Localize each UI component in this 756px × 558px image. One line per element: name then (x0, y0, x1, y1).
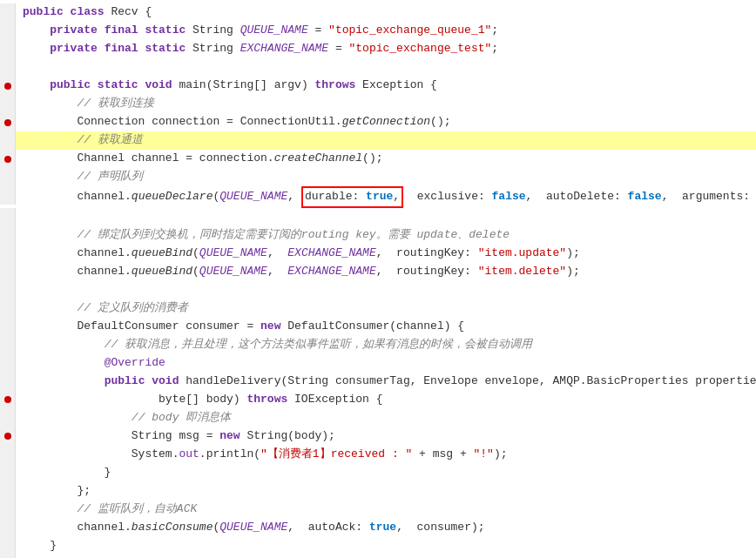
code-line-26: } (0, 464, 756, 482)
gutter-13 (0, 226, 16, 245)
gutter-6 (0, 95, 16, 113)
gutter-22 (0, 391, 16, 409)
breakpoint-dot-9 (4, 156, 11, 163)
gutter-25 (0, 446, 16, 464)
code-line-7: Connection connection = ConnectionUtil.g… (0, 113, 756, 131)
code-line-29: channel.basicConsume(QUEUE_NAME, autoAck… (0, 519, 756, 537)
code-line-19: // 获取消息，并且处理，这个方法类似事件监听，如果有消息的时候，会被自动调用 (0, 336, 756, 354)
line-content-4 (16, 58, 756, 77)
line-content-19: // 获取消息，并且处理，这个方法类似事件监听，如果有消息的时候，会被自动调用 (16, 336, 756, 354)
line-content-20: @Override (16, 354, 756, 373)
code-line-24: String msg = new String(body); (0, 427, 756, 446)
gutter-10 (0, 168, 16, 186)
code-line-1: public class Recv { (0, 3, 756, 22)
gutter-2 (0, 22, 16, 40)
gutter-23 (0, 409, 16, 427)
code-line-28: // 监听队列，自动ACK (0, 501, 756, 519)
gutter-29 (0, 519, 16, 537)
breakpoint-dot-7 (4, 119, 11, 126)
gutter-11 (0, 186, 16, 205)
breakpoint-dot-22 (4, 396, 11, 403)
code-line-23: // body 即消息体 (0, 409, 756, 427)
code-line-3: private final static String EXCHANGE_NAM… (0, 40, 756, 58)
code-line-25: System.out.println("【消费者1】received : " +… (0, 446, 756, 464)
line-content-17: // 定义队列的消费者 (16, 299, 756, 318)
gutter-3 (0, 40, 16, 58)
line-content-21: public void handleDelivery(String consum… (16, 373, 756, 391)
code-line-10: // 声明队列 (0, 168, 756, 186)
gutter-1 (0, 3, 16, 22)
line-content-7: Connection connection = ConnectionUtil.g… (16, 113, 756, 131)
code-line-30: } (0, 537, 756, 555)
gutter-20 (0, 354, 16, 373)
breakpoint-dot-24 (4, 433, 11, 440)
line-content-3: private final static String EXCHANGE_NAM… (16, 40, 756, 58)
line-content-28: // 监听队列，自动ACK (16, 501, 756, 519)
gutter-8 (0, 131, 16, 150)
line-content-29: channel.basicConsume(QUEUE_NAME, autoAck… (16, 519, 756, 537)
line-content-11: channel.queueDeclare(QUEUE_NAME, durable… (16, 186, 756, 208)
code-line-2: private final static String QUEUE_NAME =… (0, 22, 756, 40)
gutter-9 (0, 150, 16, 168)
line-content-30: } (16, 537, 756, 555)
line-content-1: public class Recv { (16, 3, 756, 22)
line-content-8: // 获取通道 (16, 131, 756, 150)
code-line-11: channel.queueDeclare(QUEUE_NAME, durable… (0, 186, 756, 208)
gutter-28 (0, 501, 16, 519)
gutter-16 (0, 281, 16, 299)
line-content-12 (16, 208, 756, 226)
line-content-9: Channel channel = connection.createChann… (16, 150, 756, 168)
line-content-24: String msg = new String(body); (16, 427, 756, 446)
line-content-16 (16, 281, 756, 299)
gutter-12 (0, 208, 16, 226)
line-content-14: channel.queueBind(QUEUE_NAME, EXCHANGE_N… (16, 245, 756, 263)
code-line-15: channel.queueBind(QUEUE_NAME, EXCHANGE_N… (0, 263, 756, 281)
code-line-22: byte[] body) throws IOException { (0, 391, 756, 409)
gutter-5 (0, 77, 16, 95)
gutter-18 (0, 318, 16, 336)
line-content-13: // 绑定队列到交换机，同时指定需要订阅的routing key。需要 upda… (16, 226, 756, 245)
code-line-17: // 定义队列的消费者 (0, 299, 756, 318)
breakpoint-dot (4, 83, 11, 90)
code-line-9: Channel channel = connection.createChann… (0, 150, 756, 168)
gutter-24 (0, 427, 16, 446)
code-line-6: // 获取到连接 (0, 95, 756, 113)
gutter-17 (0, 299, 16, 318)
code-line-5: public static void main(String[] argv) t… (0, 77, 756, 95)
code-line-13: // 绑定队列到交换机，同时指定需要订阅的routing key。需要 upda… (0, 226, 756, 245)
code-line-21: public void handleDelivery(String consum… (0, 373, 756, 391)
gutter-19 (0, 336, 16, 354)
code-line-18: DefaultConsumer consumer = new DefaultCo… (0, 318, 756, 336)
line-content-25: System.out.println("【消费者1】received : " +… (16, 446, 756, 464)
line-content-2: private final static String QUEUE_NAME =… (16, 22, 756, 40)
gutter-21 (0, 373, 16, 391)
code-line-8: // 获取通道 (0, 131, 756, 150)
line-content-15: channel.queueBind(QUEUE_NAME, EXCHANGE_N… (16, 263, 756, 281)
line-content-23: // body 即消息体 (16, 409, 756, 427)
gutter-26 (0, 464, 16, 482)
code-line-12 (0, 208, 756, 226)
code-line-14: channel.queueBind(QUEUE_NAME, EXCHANGE_N… (0, 245, 756, 263)
highlight-durable: durable: true, (301, 186, 403, 208)
code-line-4 (0, 58, 756, 77)
gutter-14 (0, 245, 16, 263)
line-content-6: // 获取到连接 (16, 95, 756, 113)
line-content-26: } (16, 464, 756, 482)
line-content-5: public static void main(String[] argv) t… (16, 77, 756, 95)
gutter-4 (0, 58, 16, 77)
gutter-30 (0, 537, 16, 555)
code-line-16 (0, 281, 756, 299)
code-editor: public class Recv { private final static… (0, 0, 756, 558)
code-line-20: @Override (0, 354, 756, 373)
code-line-27: }; (0, 482, 756, 501)
gutter-7 (0, 113, 16, 131)
line-content-22: byte[] body) throws IOException { (16, 391, 756, 409)
gutter-27 (0, 482, 16, 501)
gutter-15 (0, 263, 16, 281)
line-content-27: }; (16, 482, 756, 501)
line-content-10: // 声明队列 (16, 168, 756, 186)
line-content-18: DefaultConsumer consumer = new DefaultCo… (16, 318, 756, 336)
